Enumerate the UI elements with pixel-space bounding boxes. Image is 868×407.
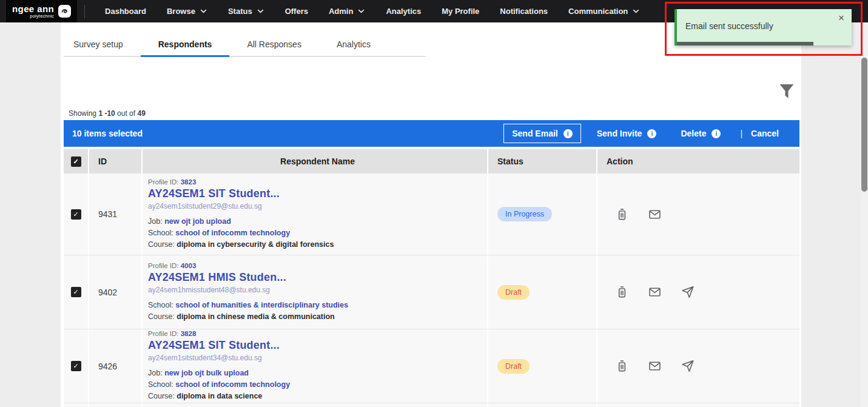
nav-item-dashboard[interactable]: Dashboard bbox=[95, 0, 156, 22]
nav-item-label: Status bbox=[228, 7, 252, 16]
nav-item-admin[interactable]: Admin bbox=[318, 0, 375, 22]
chevron-down-icon bbox=[632, 7, 640, 15]
school-value: school of infocomm technology bbox=[175, 229, 290, 237]
respondent-name-link[interactable]: AY24SEM1 SIT Student... bbox=[148, 187, 487, 200]
tab-all-responses[interactable]: All Responses bbox=[229, 33, 319, 56]
check-icon: ✓ bbox=[73, 363, 78, 369]
delete-icon[interactable] bbox=[615, 359, 629, 373]
select-all-checkbox[interactable]: ✓ bbox=[71, 156, 81, 167]
check-icon: ✓ bbox=[73, 289, 78, 295]
delete-icon[interactable] bbox=[615, 285, 629, 299]
row-checkbox[interactable]: ✓ bbox=[71, 209, 81, 220]
selection-count: 10 items selected bbox=[72, 129, 143, 138]
send-email-button[interactable]: Send Emaili bbox=[503, 124, 580, 143]
email-icon[interactable] bbox=[648, 359, 662, 373]
send-invite-button[interactable]: Send Invitei bbox=[588, 124, 665, 143]
job-label: Job: bbox=[148, 369, 163, 377]
tab-survey-setup[interactable]: Survey setup bbox=[64, 33, 141, 56]
results-total: 49 bbox=[137, 109, 145, 118]
course-value: diploma in data science bbox=[177, 392, 262, 400]
logo-swirl-icon bbox=[58, 5, 71, 18]
action-label: Send Email bbox=[512, 129, 557, 138]
selection-actions: | Cancel Send EmailiSend InviteiDeletei bbox=[503, 124, 781, 143]
profile-id-label: Profile ID: bbox=[148, 178, 179, 186]
results-summary: Showing 1 -10 out of 49 bbox=[69, 109, 146, 118]
nav-item-label: Dashboard bbox=[105, 7, 146, 16]
results-range: 1 -10 bbox=[98, 109, 115, 118]
nav-divider bbox=[84, 5, 85, 18]
course-value: diploma in chinese media & communication bbox=[177, 312, 334, 321]
filter-icon[interactable] bbox=[776, 81, 797, 102]
toast-notification: Email sent successfully × bbox=[675, 9, 852, 45]
nav-item-my-profile[interactable]: My Profile bbox=[431, 0, 490, 22]
email-icon[interactable] bbox=[648, 207, 662, 221]
nav-item-status[interactable]: Status bbox=[218, 0, 275, 22]
tab-analytics[interactable]: Analytics bbox=[319, 33, 388, 56]
delete-button[interactable]: Deletei bbox=[672, 124, 729, 143]
toast-message: Email sent successfully bbox=[685, 21, 773, 31]
header-action: Action bbox=[597, 149, 799, 173]
row-checkbox[interactable]: ✓ bbox=[71, 287, 81, 297]
profile-id-value: 4003 bbox=[181, 262, 197, 269]
row-actions bbox=[597, 173, 799, 255]
content-card: Survey setupRespondentsAll ResponsesAnal… bbox=[61, 22, 801, 407]
nav-item-label: My Profile bbox=[442, 7, 479, 16]
row-checkbox[interactable]: ✓ bbox=[71, 361, 81, 371]
table-body: ✓ 9431 Profile ID: 3823 AY24SEM1 SIT Stu… bbox=[64, 173, 799, 403]
row-id: 9402 bbox=[98, 288, 117, 297]
nav-item-notifications[interactable]: Notifications bbox=[490, 0, 558, 22]
check-icon: ✓ bbox=[73, 211, 78, 218]
email-icon[interactable] bbox=[648, 285, 662, 299]
cancel-button[interactable]: Cancel bbox=[751, 129, 779, 138]
respondents-table: ✓ ID Respondent Name Status Action ✓ 943… bbox=[64, 149, 799, 407]
logo-line1: ngee ann bbox=[12, 4, 54, 13]
header-respondent-name: Respondent Name bbox=[143, 149, 488, 173]
action-label: Send Invite bbox=[597, 129, 642, 138]
table-row: ✓ 9402 Profile ID: 4003 AY24SEM1 HMIS St… bbox=[64, 255, 799, 329]
send-icon[interactable] bbox=[681, 359, 695, 373]
respondent-email: ay24sem1sitstudent29@stu.edu.sg bbox=[148, 202, 487, 210]
scrollbar-thumb[interactable] bbox=[861, 58, 867, 192]
info-icon: i bbox=[647, 129, 656, 138]
profile-id-value: 3828 bbox=[181, 330, 197, 337]
table-row: ✓ 9426 Profile ID: 3828 AY24SEM1 SIT Stu… bbox=[64, 329, 799, 403]
action-label: Delete bbox=[681, 129, 706, 138]
close-icon[interactable]: × bbox=[838, 13, 844, 23]
profile-id-label: Profile ID: bbox=[148, 330, 179, 337]
nav-item-analytics[interactable]: Analytics bbox=[375, 0, 431, 22]
selection-separator: | bbox=[740, 129, 742, 138]
nav-item-label: Communication bbox=[568, 7, 628, 16]
info-icon: i bbox=[712, 129, 721, 138]
nav-items: DashboardBrowseStatusOffersAdminAnalytic… bbox=[95, 0, 650, 22]
check-icon: ✓ bbox=[73, 158, 78, 165]
table-row-partial bbox=[64, 403, 799, 407]
course-label: Course: bbox=[148, 240, 175, 249]
app-logo[interactable]: ngee ann polytechnic bbox=[6, 0, 77, 22]
row-id: 9426 bbox=[98, 362, 117, 371]
profile-id-label: Profile ID: bbox=[148, 262, 179, 269]
school-value: school of infocomm technology bbox=[175, 380, 290, 389]
chevron-down-icon bbox=[200, 7, 207, 15]
job-value: new job ojt bulk upload bbox=[164, 369, 249, 377]
nav-item-browse[interactable]: Browse bbox=[156, 0, 218, 22]
course-value: diploma in cybersecurity & digital foren… bbox=[177, 240, 334, 249]
status-badge: Draft bbox=[497, 285, 530, 300]
school-label: School: bbox=[148, 380, 173, 389]
tab-respondents[interactable]: Respondents bbox=[141, 33, 230, 56]
nav-item-label: Notifications bbox=[500, 7, 548, 16]
school-value: school of humanities & interdisciplinary… bbox=[175, 301, 348, 309]
send-icon[interactable] bbox=[681, 285, 695, 299]
nav-item-communication[interactable]: Communication bbox=[558, 0, 650, 22]
respondent-name-link[interactable]: AY24SEM1 SIT Student... bbox=[148, 339, 487, 352]
respondent-email: ay24sem1sitstudent34@stu.edu.sg bbox=[148, 354, 487, 362]
nav-item-label: Admin bbox=[329, 7, 353, 16]
nav-item-offers[interactable]: Offers bbox=[275, 0, 318, 22]
table-row: ✓ 9431 Profile ID: 3823 AY24SEM1 SIT Stu… bbox=[64, 173, 799, 255]
course-label: Course: bbox=[148, 392, 175, 400]
respondent-name-link[interactable]: AY24SEM1 HMIS Studen... bbox=[148, 271, 487, 284]
chevron-down-icon bbox=[257, 7, 264, 15]
header-id: ID bbox=[89, 149, 143, 173]
delete-icon[interactable] bbox=[615, 207, 629, 221]
profile-id-value: 3823 bbox=[181, 178, 197, 186]
selection-bar: 10 items selected | Cancel Send EmailiSe… bbox=[64, 120, 799, 147]
